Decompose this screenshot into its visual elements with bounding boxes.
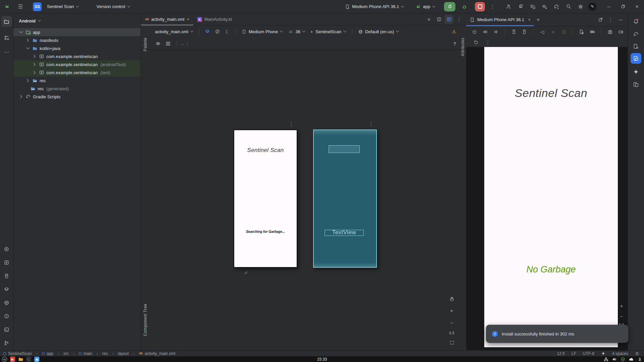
search-everywhere-button[interactable] [564,2,573,11]
devices-options-kebab[interactable]: ⋮ [606,15,615,24]
run-configuration-selector[interactable]: app [413,3,437,11]
emulator-options-kebab[interactable]: ⋮ [484,38,492,47]
open-in-window-button[interactable] [596,15,605,24]
caret-position[interactable]: 12:5 [557,351,565,356]
breadcrumb-item[interactable]: app [47,351,53,356]
screen-record-button[interactable] [616,28,625,36]
device-manager-button[interactable] [631,41,641,52]
split-view-button[interactable] [435,15,443,24]
tree-item-manifests[interactable]: manifests [13,36,141,44]
screenshot-button[interactable] [606,28,614,36]
media-app-button[interactable]: ▶ [10,357,15,362]
palette-panel-stub[interactable]: Palette [143,38,148,51]
tab-mainactivity-kt[interactable]: K MainActivity.kt [193,13,236,25]
tab-activity-main-xml[interactable]: </> activity_main.xml × [141,13,193,25]
readonly-lock-icon[interactable] [635,351,639,356]
indent-indicator[interactable]: 4 spaces [612,351,628,356]
design-canvas[interactable]: ⋮ ⋮ Sentinel Scan Searching for Garbage.… [141,50,466,350]
blueprint-textview[interactable]: TextView [325,230,364,236]
task-list-button[interactable] [528,2,537,11]
tree-item-kotlin-java[interactable]: kotlin+java [13,44,141,52]
update-shield-icon[interactable] [621,357,625,362]
design-surface-selector[interactable] [203,27,212,36]
emulator-screen[interactable]: Sentinel Scan No Garbage [484,47,618,347]
tree-item-package-androidtest[interactable]: com.example.sentinelscan (androidTest) [13,60,141,68]
breadcrumb-item[interactable]: SentinelScan [8,351,32,356]
close-tab-icon[interactable]: × [528,17,531,22]
theme-selector[interactable]: ◐ SentinelScan [309,28,348,36]
column-layout-button[interactable] [164,39,172,48]
more-tool-windows-button[interactable]: ⋯ [1,47,12,58]
reset-view-button[interactable] [472,38,480,47]
encoding-indicator[interactable]: UTF-8 [583,351,594,356]
zoom-out-button[interactable]: − [618,312,625,320]
device-settings-button[interactable] [577,28,586,36]
line-ending-indicator[interactable]: LF [572,351,576,356]
build-tool-button[interactable] [1,297,12,308]
running-device-tab[interactable]: Medium Phone API 36.1 × [466,13,534,26]
resize-handle-icon[interactable] [243,270,248,274]
nav-home-button[interactable]: ○ [549,28,557,36]
device-selector[interactable]: Medium Phone API 36.1 [343,3,406,11]
debug-app-button[interactable] [460,2,469,11]
gemini-status-icon[interactable] [601,351,605,356]
problems-tool-button[interactable] [1,311,12,321]
hide-panel-button[interactable]: ─ [616,15,625,24]
rotate-right-button[interactable] [520,28,529,36]
breadcrumb-item[interactable]: res [102,351,108,356]
files-app-button[interactable] [18,357,23,362]
bluetooth-icon[interactable] [638,357,642,361]
code-view-button[interactable]: ≡ [425,15,433,24]
cloud-icon[interactable] [629,358,634,361]
breadcrumb-item[interactable]: main [84,351,92,356]
zoom-in-button[interactable]: + [447,307,456,315]
volume-up-button[interactable] [481,28,490,36]
rotate-left-button[interactable] [509,28,518,36]
breadcrumb-item[interactable]: layout [118,351,129,356]
editor-options-kebab[interactable]: ⋮ [455,15,463,24]
rerun-app-button[interactable] [444,2,455,11]
design-preview-phone[interactable]: Sentinel Scan Searching for Garbage... [234,130,297,268]
blueprint-title-bounds[interactable] [329,145,360,153]
locale-selector[interactable]: Default (en-us) [356,28,401,36]
tree-item-gradle-scripts[interactable]: Gradle Scripts [13,93,141,101]
install-toast[interactable]: i Install successfully finished in 302 m… [486,325,628,343]
project-view-selector[interactable]: Android [13,13,141,28]
maximize-window-button[interactable] [618,2,627,11]
logcat-tool-button[interactable] [1,270,12,281]
close-window-button[interactable]: × [633,2,641,11]
version-control-tool-button[interactable] [1,338,12,348]
zoom-to-fit-button[interactable] [447,338,456,347]
ai-code-actions-button[interactable]: A [516,2,525,11]
zoom-in-button[interactable]: + [618,302,625,309]
nav-back-button[interactable]: ◁ [538,28,547,36]
gradle-sync-button[interactable] [552,2,561,11]
settings-button[interactable] [576,2,585,11]
layout-warning-icon[interactable]: ⚠ [452,29,466,34]
structure-tool-button[interactable] [1,32,12,43]
tree-item-res[interactable]: res [13,76,141,85]
build-button[interactable] [504,2,512,11]
blueprint-preview-kebab[interactable]: ⋮ [368,122,374,127]
volume-down-button[interactable] [492,28,500,36]
nav-overview-button[interactable]: □ [559,28,568,36]
notifications-button[interactable] [631,16,641,27]
vcs-widget[interactable]: Version control [94,3,132,10]
design-view-button[interactable] [445,15,453,24]
tree-item-res-generated[interactable]: res (generated) [13,85,141,93]
attach-debugger-button[interactable] [540,2,549,11]
terminal-tool-button[interactable] [1,324,12,335]
minimize-window-button[interactable]: ─ [604,2,613,11]
breadcrumb-item[interactable]: activity_main.xml [145,351,175,356]
network-icon[interactable] [604,357,608,362]
night-mode-button[interactable]: ☾ [223,27,232,36]
preview-device-selector[interactable]: Medium Phone [240,28,285,36]
zoom-out-button[interactable]: − [447,319,456,327]
gemini-button[interactable] [631,66,641,77]
main-menu-button[interactable]: ☰ [16,2,25,11]
stop-app-button[interactable] [475,2,485,11]
run-options-kebab[interactable]: ⋮ [488,2,497,11]
zoom-level-label[interactable]: 1:1 [449,331,454,335]
blueprint-preview-phone[interactable]: TextView [313,130,377,268]
hardware-input-button[interactable] [588,28,597,36]
